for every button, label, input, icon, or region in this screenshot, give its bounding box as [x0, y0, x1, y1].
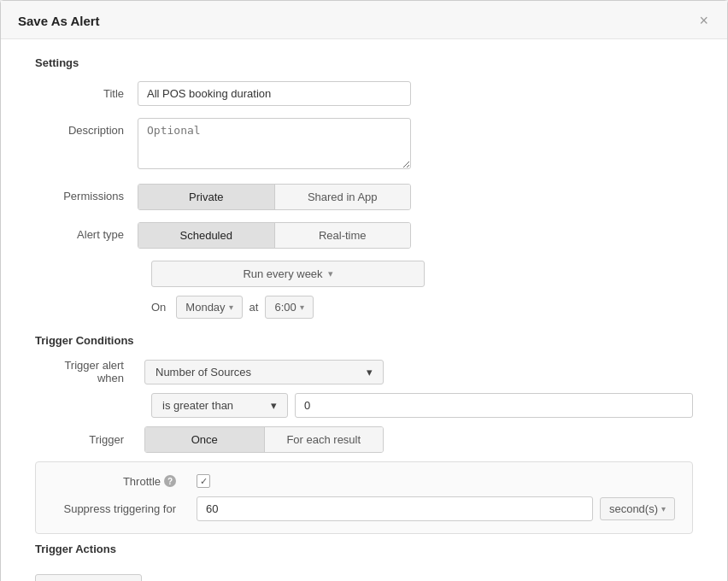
permissions-btn-group: Private Shared in App — [138, 184, 411, 210]
description-input[interactable] — [138, 118, 411, 169]
permissions-label: Permissions — [35, 184, 138, 202]
unit-chevron-icon: ▾ — [661, 504, 666, 514]
trigger-when-dropdown[interactable]: Number of Sources ▾ — [144, 360, 384, 384]
description-input-wrap — [138, 118, 411, 172]
unit-value: second(s) — [609, 502, 658, 515]
run-schedule-dropdown[interactable]: Run every week ▾ — [151, 261, 425, 287]
trigger-actions-section: Trigger Actions + Add Actions ▾ — [35, 543, 693, 581]
condition-dropdown[interactable]: is greater than ▾ — [151, 393, 288, 418]
time-value: 6:00 — [274, 301, 296, 314]
throttle-row: Throttle ? — [53, 474, 675, 488]
trigger-for-each-button[interactable]: For each result — [265, 427, 384, 452]
condition-number-input[interactable] — [295, 393, 693, 418]
save-as-alert-dialog: Save As Alert × Settings Title Descripti… — [0, 0, 728, 581]
throttle-label-wrap: Throttle ? — [53, 475, 190, 488]
condition-row: is greater than ▾ — [151, 393, 693, 418]
permissions-private-button[interactable]: Private — [138, 185, 275, 209]
trigger-btn-group: Once For each result — [144, 426, 384, 453]
at-label: at — [250, 301, 259, 314]
title-row: Title — [35, 81, 693, 106]
title-label: Title — [35, 81, 138, 100]
trigger-conditions-section: Trigger Conditions Trigger alert when Nu… — [35, 334, 693, 453]
throttle-label: Throttle — [123, 475, 161, 488]
condition-chevron-icon: ▾ — [271, 399, 277, 412]
condition-value: is greater than — [162, 399, 233, 412]
throttle-help-icon: ? — [164, 475, 176, 487]
description-label: Description — [35, 118, 138, 137]
trigger-when-value: Number of Sources — [156, 366, 251, 379]
trigger-once-button[interactable]: Once — [145, 427, 265, 452]
throttle-checkbox[interactable] — [197, 474, 210, 488]
trigger-conditions-title: Trigger Conditions — [35, 334, 693, 347]
day-value: Monday — [185, 301, 225, 314]
trigger-actions-title: Trigger Actions — [35, 543, 693, 555]
alert-type-scheduled-button[interactable]: Scheduled — [138, 223, 275, 248]
run-schedule-row: On Monday ▾ at 6:00 ▾ — [151, 296, 693, 319]
dialog-title: Save As Alert — [18, 14, 100, 28]
run-schedule-section: Run every week ▾ On Monday ▾ at 6:00 ▾ — [151, 261, 693, 319]
day-chevron-icon: ▾ — [229, 302, 233, 312]
close-button[interactable]: × — [697, 13, 710, 28]
time-dropdown[interactable]: 6:00 ▾ — [265, 296, 313, 319]
alert-type-realtime-button[interactable]: Real-time — [275, 223, 411, 248]
alert-type-label: Alert type — [35, 222, 138, 241]
permissions-wrap: Private Shared in App — [138, 184, 411, 210]
dialog-body: Settings Title Description Permissions P… — [1, 39, 727, 581]
add-actions-button[interactable]: + Add Actions ▾ — [35, 574, 142, 581]
suppress-label: Suppress triggering for — [53, 502, 190, 515]
alert-type-wrap: Scheduled Real-time — [138, 222, 411, 249]
on-label: On — [151, 301, 166, 314]
run-schedule-label: Run every week — [243, 267, 322, 280]
permissions-shared-button[interactable]: Shared in App — [275, 185, 411, 209]
trigger-alert-when-row: Trigger alert when Number of Sources ▾ — [35, 359, 693, 384]
run-schedule-chevron-icon: ▾ — [328, 268, 333, 279]
title-input-wrap — [138, 81, 411, 106]
dialog-header: Save As Alert × — [1, 1, 727, 39]
description-row: Description — [35, 118, 693, 172]
alert-type-btn-group: Scheduled Real-time — [138, 222, 411, 249]
trigger-alert-when-label: Trigger alert when — [35, 359, 138, 384]
permissions-row: Permissions Private Shared in App — [35, 184, 693, 210]
alert-type-row: Alert type Scheduled Real-time — [35, 222, 693, 249]
settings-section-title: Settings — [35, 56, 693, 69]
throttle-section: Throttle ? Suppress triggering for secon… — [35, 461, 693, 534]
time-chevron-icon: ▾ — [300, 302, 304, 312]
trigger-when-chevron-icon: ▾ — [367, 366, 373, 379]
trigger-label: Trigger — [35, 433, 138, 446]
title-input[interactable] — [138, 81, 411, 106]
trigger-once-row: Trigger Once For each result — [35, 426, 693, 453]
unit-dropdown[interactable]: second(s) ▾ — [600, 497, 675, 520]
suppress-row: Suppress triggering for second(s) ▾ — [53, 496, 675, 521]
day-dropdown[interactable]: Monday ▾ — [176, 296, 242, 319]
suppress-input[interactable] — [197, 496, 593, 521]
